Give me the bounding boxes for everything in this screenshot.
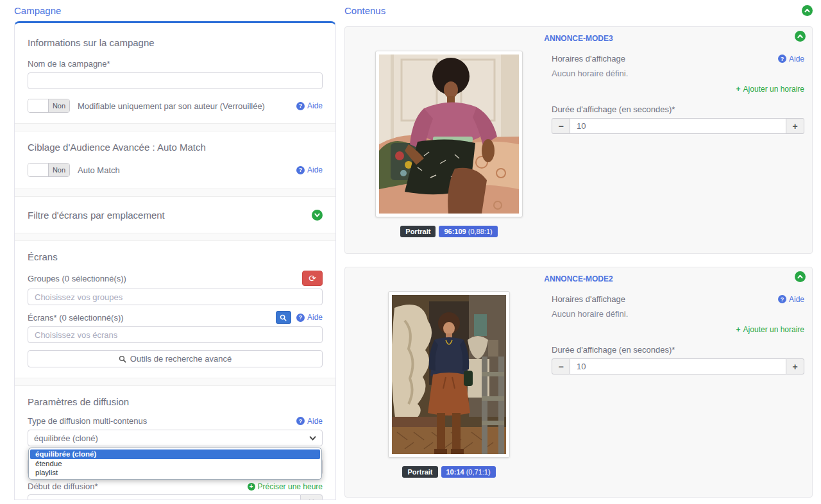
help-icon: ? bbox=[778, 55, 786, 63]
selected-option: équilibrée (cloné) bbox=[34, 433, 98, 443]
section-diffusion: Paramètres de diffusion Type de diffusio… bbox=[28, 386, 323, 500]
dropdown-option-etendue[interactable]: étendue bbox=[30, 459, 320, 469]
section-informations: Informations sur la campagne Nom de la c… bbox=[28, 23, 323, 123]
section-divider bbox=[15, 233, 335, 241]
screens-label: Écrans* (0 sélectionné(s)) bbox=[28, 313, 124, 323]
section-heading-filter: Filtre d'écrans par emplacement bbox=[28, 210, 165, 221]
start-date-input[interactable] bbox=[28, 494, 301, 500]
content-media: Portrait 10:14 (0,71:1) bbox=[353, 291, 545, 478]
campaign-panel: Campagne Informations sur la campagne No… bbox=[14, 5, 336, 500]
page-title-campagne: Campagne bbox=[14, 5, 336, 16]
help-link-diffusion[interactable]: ? Aide bbox=[296, 417, 323, 426]
plus-icon: + bbox=[736, 325, 741, 334]
content-photo-annonce-mode2 bbox=[392, 295, 506, 454]
refresh-button[interactable]: ⟳ bbox=[302, 271, 323, 286]
orientation-badge: Portrait bbox=[402, 466, 437, 478]
locked-toggle[interactable]: Non bbox=[28, 99, 70, 113]
content-card-annonce-mode3: ANNONCE-MODE3 bbox=[344, 26, 813, 254]
section-heading-audience: Ciblage d'Audience Avancée : Auto Match bbox=[28, 142, 323, 153]
chevron-up-icon[interactable] bbox=[802, 5, 813, 16]
add-schedule-link[interactable]: + Ajouter un horaire bbox=[736, 85, 804, 94]
plus-icon: + bbox=[248, 483, 255, 491]
section-divider bbox=[15, 123, 335, 131]
help-icon: ? bbox=[296, 166, 305, 174]
start-date-label: Début de diffusion* bbox=[28, 482, 98, 491]
duration-stepper: − + bbox=[552, 118, 804, 134]
dropdown-option-equilibree[interactable]: équilibrée (cloné) bbox=[30, 449, 320, 459]
add-schedule-link[interactable]: + Ajouter un horaire bbox=[736, 325, 804, 334]
content-photo-annonce-mode3 bbox=[379, 55, 519, 214]
screens-input[interactable] bbox=[28, 326, 323, 343]
section-screens: Écrans Groupes (0 sélectionné(s)) ⟳ Écra… bbox=[28, 241, 323, 378]
schedule-empty-text: Aucun horaire défini. bbox=[552, 309, 804, 319]
help-icon: ? bbox=[296, 417, 305, 425]
content-media: Portrait 96:109 (0,88:1) bbox=[353, 51, 545, 237]
search-screens-button[interactable] bbox=[276, 311, 291, 324]
calendar-icon bbox=[307, 499, 316, 501]
section-divider bbox=[15, 378, 335, 386]
diffusion-type-dropdown: équilibrée (cloné) étendue playlist bbox=[28, 448, 322, 480]
minus-button[interactable]: − bbox=[552, 358, 570, 374]
chevron-down-icon[interactable] bbox=[312, 210, 323, 221]
content-fields: Horaires d'affichage ? Aide Aucun horair… bbox=[552, 51, 804, 237]
chevron-up-icon[interactable] bbox=[795, 271, 806, 282]
minus-button[interactable]: − bbox=[552, 118, 570, 134]
section-divider bbox=[15, 189, 335, 197]
content-title: ANNONCE-MODE2 bbox=[353, 274, 804, 283]
page-title-contenus: Contenus bbox=[344, 5, 385, 16]
ratio-badge: 10:14 (0,71:1) bbox=[441, 466, 496, 478]
help-link-locked[interactable]: ? Aide bbox=[296, 101, 323, 110]
toggle-off-label: Non bbox=[49, 99, 69, 112]
search-icon bbox=[280, 314, 287, 321]
diffusion-type-select[interactable]: équilibrée (cloné) bbox=[28, 430, 323, 446]
content-photo-frame bbox=[388, 291, 510, 458]
plus-icon: + bbox=[736, 85, 741, 94]
duration-label: Durée d'affichage (en secondes)* bbox=[552, 345, 804, 355]
automatch-toggle-label: Auto Match bbox=[78, 165, 120, 175]
duration-input[interactable] bbox=[570, 118, 786, 134]
campaign-card: Informations sur la campagne Nom de la c… bbox=[14, 21, 336, 500]
duration-label: Durée d'affichage (en secondes)* bbox=[552, 105, 804, 114]
content-title: ANNONCE-MODE3 bbox=[353, 34, 804, 43]
duration-input[interactable] bbox=[570, 358, 786, 374]
campaign-name-input[interactable] bbox=[28, 72, 323, 89]
schedule-empty-text: Aucun horaire défini. bbox=[552, 69, 804, 78]
help-icon: ? bbox=[296, 102, 305, 110]
section-heading-informations: Informations sur la campagne bbox=[28, 37, 323, 48]
search-icon bbox=[119, 355, 126, 363]
schedule-label: Horaires d'affichage bbox=[552, 294, 625, 304]
section-heading-screens: Écrans bbox=[28, 251, 323, 262]
toggle-off-label: Non bbox=[49, 164, 69, 176]
section-heading-diffusion: Paramètres de diffusion bbox=[28, 396, 323, 407]
help-link-schedule[interactable]: ? Aide bbox=[778, 55, 804, 63]
toggle-knob bbox=[28, 164, 49, 176]
toggle-knob bbox=[28, 99, 49, 112]
locked-toggle-label: Modifiable uniquement par son auteur (Ve… bbox=[78, 101, 265, 111]
plus-button[interactable]: + bbox=[786, 118, 804, 134]
dropdown-option-playlist[interactable]: playlist bbox=[30, 468, 320, 478]
section-audience: Ciblage d'Audience Avancée : Auto Match … bbox=[28, 131, 323, 189]
set-start-time-link[interactable]: + Préciser une heure bbox=[248, 482, 323, 491]
advanced-search-button[interactable]: Outils de recherche avancé bbox=[28, 350, 323, 367]
automatch-toggle[interactable]: Non bbox=[28, 163, 70, 177]
help-link-schedule[interactable]: ? Aide bbox=[778, 295, 804, 304]
help-link-automatch[interactable]: ? Aide bbox=[296, 165, 323, 174]
campaign-name-label: Nom de la campagne* bbox=[28, 59, 323, 69]
section-filter: Filtre d'écrans par emplacement bbox=[28, 197, 323, 233]
content-photo-frame bbox=[375, 51, 523, 217]
chevron-down-icon bbox=[309, 435, 316, 442]
duration-stepper: − + bbox=[552, 358, 804, 374]
help-icon: ? bbox=[778, 295, 786, 303]
diffusion-type-label: Type de diffusion multi-contenus bbox=[28, 416, 147, 426]
start-date-calendar-button[interactable] bbox=[301, 494, 323, 500]
content-card-annonce-mode2: ANNONCE-MODE2 bbox=[344, 267, 813, 498]
chevron-up-icon[interactable] bbox=[795, 31, 806, 42]
groups-input[interactable] bbox=[28, 289, 323, 305]
groups-label: Groupes (0 sélectionné(s)) bbox=[28, 274, 126, 283]
contents-panel: Contenus ANNONCE-MODE3 bbox=[344, 5, 813, 498]
plus-button[interactable]: + bbox=[786, 358, 804, 374]
ratio-badge: 96:109 (0,88:1) bbox=[439, 226, 497, 237]
help-link-screens[interactable]: ? Aide bbox=[296, 313, 323, 322]
help-icon: ? bbox=[296, 314, 305, 322]
schedule-label: Horaires d'affichage bbox=[552, 54, 625, 63]
